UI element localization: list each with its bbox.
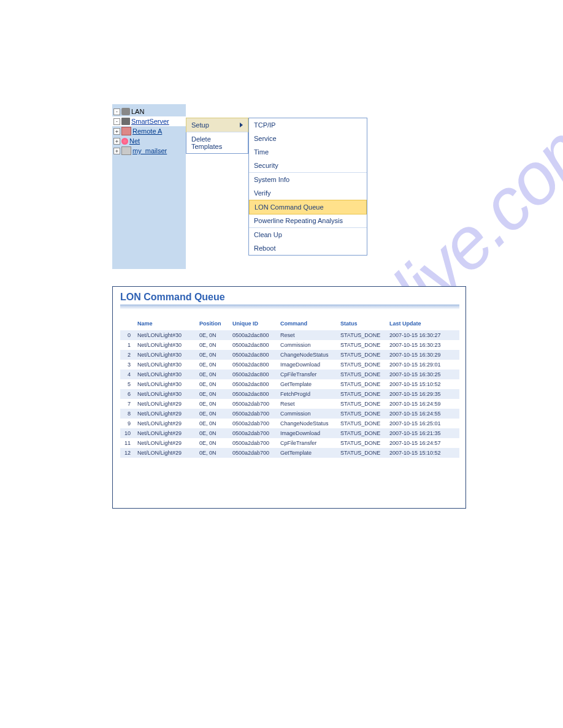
cell-command: GetTemplate <box>278 448 339 458</box>
menu-item-system-info[interactable]: System Info <box>249 173 367 186</box>
menu-item-cleanup[interactable]: Clean Up <box>249 228 367 241</box>
tree-row-net[interactable]: + Net <box>112 136 186 146</box>
col-header-last-update[interactable]: Last Update <box>388 318 459 330</box>
menu-item-time[interactable]: Time <box>249 145 367 159</box>
cell-unique-id: 0500a2dab700 <box>231 419 278 428</box>
menu-label: Security <box>254 162 278 169</box>
cell-command: FetchProgId <box>278 389 339 399</box>
cell-status: STATUS_DONE <box>339 438 388 448</box>
collapse-icon[interactable]: - <box>113 108 120 115</box>
menu-item-security[interactable]: Security <box>249 159 367 172</box>
context-menu-level1: Setup Delete Templates <box>186 118 248 154</box>
context-menu-level2: TCP/IP Service Time Security System Info… <box>248 118 367 256</box>
cell-status: STATUS_DONE <box>339 409 388 419</box>
col-header-name[interactable]: Name <box>136 318 197 330</box>
command-queue-table: Name Position Unique ID Command Status L… <box>120 318 459 458</box>
cell-status: STATUS_DONE <box>339 370 388 379</box>
cell-unique-id: 0500a2dac800 <box>231 330 278 340</box>
menu-item-setup[interactable]: Setup <box>186 118 248 132</box>
menu-item-delete-templates[interactable]: Delete Templates <box>186 132 248 153</box>
tree-link-mailserver[interactable]: my_mailser <box>132 147 167 154</box>
cell-command: Commission <box>278 409 339 419</box>
navigation-tree-block: - LAN - SmartServer + Remote A + Net + <box>112 104 368 267</box>
tree-row-smartserver[interactable]: - SmartServer <box>112 116 186 126</box>
cell-position: 0E, 0N <box>197 428 231 438</box>
menu-item-powerline[interactable]: Powerline Repeating Analysis <box>249 214 367 227</box>
col-header-index[interactable] <box>120 318 136 330</box>
tree-label-lan: LAN <box>131 108 144 115</box>
expand-icon[interactable]: + <box>113 148 120 154</box>
cell-position: 0E, 0N <box>197 409 231 419</box>
tree-link-remote[interactable]: Remote A <box>132 127 162 135</box>
cell-position: 0E, 0N <box>197 370 231 379</box>
menu-item-reboot[interactable]: Reboot <box>249 241 367 255</box>
cell-command: ChangeNodeStatus <box>278 419 339 428</box>
cell-position: 0E, 0N <box>197 330 231 340</box>
cell-index: 10 <box>120 428 136 438</box>
cell-index: 6 <box>120 389 136 399</box>
cell-last-update: 2007-10-15 16:25:01 <box>388 419 459 428</box>
cell-status: STATUS_DONE <box>339 379 388 389</box>
net-icon <box>121 138 128 145</box>
tree-link-smartserver[interactable]: SmartServer <box>131 118 169 125</box>
col-header-status[interactable]: Status <box>339 318 388 330</box>
cell-position: 0E, 0N <box>197 419 231 428</box>
cell-position: 0E, 0N <box>197 340 231 350</box>
col-header-position[interactable]: Position <box>197 318 231 330</box>
cell-name: Net/LON/Light#30 <box>136 330 197 340</box>
tree-link-net[interactable]: Net <box>129 137 140 145</box>
cell-command: Reset <box>278 330 339 340</box>
menu-item-lon-command-queue[interactable]: LON Command Queue <box>249 200 367 214</box>
table-row: 0Net/LON/Light#300E, 0N0500a2dac800Reset… <box>120 330 459 340</box>
panel-title: LON Command Queue <box>120 292 459 303</box>
cell-name: Net/LON/Light#29 <box>136 438 197 448</box>
tree-row-lan[interactable]: - LAN <box>112 107 186 116</box>
table-row: 5Net/LON/Light#300E, 0N0500a2dac800GetTe… <box>120 379 459 389</box>
submenu-arrow-icon <box>240 123 243 127</box>
cell-position: 0E, 0N <box>197 379 231 389</box>
cell-unique-id: 0500a2dac800 <box>231 350 278 360</box>
cell-index: 3 <box>120 360 136 370</box>
col-header-unique-id[interactable]: Unique ID <box>231 318 278 330</box>
table-row: 11Net/LON/Light#290E, 0N0500a2dab700CpFi… <box>120 438 459 448</box>
cell-last-update: 2007-10-15 16:24:57 <box>388 438 459 448</box>
cell-command: ChangeNodeStatus <box>278 350 339 360</box>
menu-item-verify[interactable]: Verify <box>249 186 367 200</box>
cell-position: 0E, 0N <box>197 389 231 399</box>
cell-last-update: 2007-10-15 15:10:52 <box>388 448 459 458</box>
cell-unique-id: 0500a2dab700 <box>231 428 278 438</box>
cell-position: 0E, 0N <box>197 360 231 370</box>
server-icon <box>121 118 130 125</box>
tree-row-remote[interactable]: + Remote A <box>112 126 186 136</box>
cell-command: Reset <box>278 399 339 409</box>
cell-command: CpFileTransfer <box>278 438 339 448</box>
cell-unique-id: 0500a2dac800 <box>231 389 278 399</box>
cell-index: 12 <box>120 448 136 458</box>
collapse-icon[interactable]: - <box>113 118 120 125</box>
menu-item-service[interactable]: Service <box>249 132 367 145</box>
menu-label-delete-templates: Delete Templates <box>191 135 243 150</box>
cell-unique-id: 0500a2dac800 <box>231 379 278 389</box>
table-row: 3Net/LON/Light#300E, 0N0500a2dac800Image… <box>120 360 459 370</box>
menu-item-tcpip[interactable]: TCP/IP <box>249 118 367 132</box>
expand-icon[interactable]: + <box>113 128 120 135</box>
cell-status: STATUS_DONE <box>339 419 388 428</box>
cell-name: Net/LON/Light#29 <box>136 409 197 419</box>
cell-last-update: 2007-10-15 16:24:59 <box>388 399 459 409</box>
cell-index: 0 <box>120 330 136 340</box>
menu-label: Service <box>254 135 277 142</box>
lon-command-queue-panel: LON Command Queue Name Position Unique I… <box>112 286 466 509</box>
cell-last-update: 2007-10-15 16:30:23 <box>388 340 459 350</box>
table-header-row: Name Position Unique ID Command Status L… <box>120 318 459 330</box>
table-row: 12Net/LON/Light#290E, 0N0500a2dab700GetT… <box>120 448 459 458</box>
tree-row-mailserver[interactable]: + my_mailser <box>112 146 186 156</box>
expand-icon[interactable]: + <box>113 138 120 145</box>
cell-status: STATUS_DONE <box>339 428 388 438</box>
cell-index: 8 <box>120 409 136 419</box>
cell-last-update: 2007-10-15 16:21:35 <box>388 428 459 438</box>
cell-status: STATUS_DONE <box>339 360 388 370</box>
cell-unique-id: 0500a2dab700 <box>231 409 278 419</box>
cell-status: STATUS_DONE <box>339 389 388 399</box>
col-header-command[interactable]: Command <box>278 318 339 330</box>
cell-unique-id: 0500a2dac800 <box>231 370 278 379</box>
